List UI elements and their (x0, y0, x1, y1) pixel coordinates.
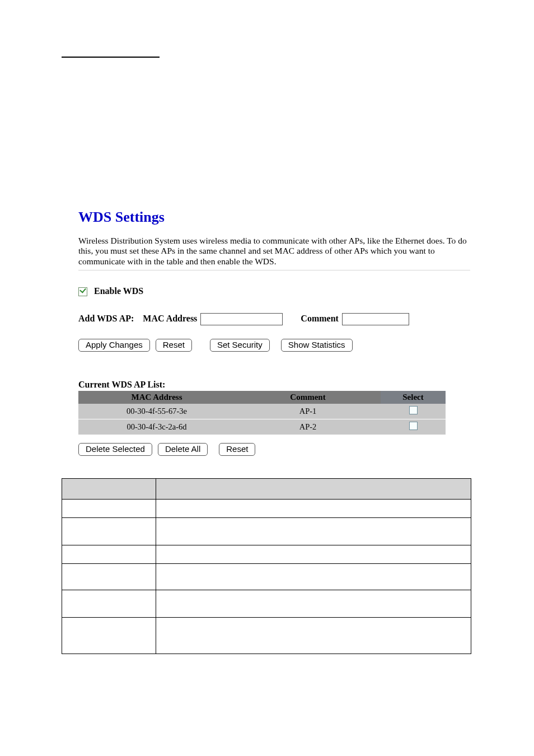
table-row (62, 518, 471, 545)
col-header-comment: Comment (235, 391, 381, 404)
mac-address-label: MAC Address (143, 314, 197, 323)
add-wds-ap-label: Add WDS AP: (78, 314, 134, 323)
table-row (62, 500, 471, 518)
mac-address-input[interactable] (200, 313, 283, 325)
ap-select-cell (381, 419, 446, 435)
delete-selected-button[interactable]: Delete Selected (78, 443, 152, 456)
add-ap-row: Add WDS AP: MAC Address Comment (78, 313, 470, 325)
table-row: 00-30-4f-55-67-3e AP-1 (78, 404, 446, 419)
show-statistics-button[interactable]: Show Statistics (281, 339, 353, 352)
button-row-bottom: Delete Selected Delete All Reset (78, 443, 470, 456)
reset-button[interactable]: Reset (156, 339, 192, 352)
apply-changes-button[interactable]: Apply Changes (78, 339, 150, 352)
table-row: 00-30-4f-3c-2a-6d AP-2 (78, 419, 446, 435)
page-description: Wireless Distribution System uses wirele… (78, 236, 470, 270)
table-row (62, 618, 471, 654)
ap-select-cell (381, 404, 446, 419)
page-title: WDS Settings (78, 209, 470, 226)
ap-list-header-row: MAC Address Comment Select (78, 391, 446, 404)
ap-comment-cell: AP-1 (235, 404, 381, 419)
wds-settings-panel: WDS Settings Wireless Distribution Syste… (78, 209, 470, 456)
button-row-top: Apply Changes Reset Set Security Show St… (78, 339, 470, 352)
table-row (62, 590, 471, 618)
row-select-checkbox[interactable] (409, 422, 418, 430)
ap-mac-cell: 00-30-4f-3c-2a-6d (78, 419, 235, 435)
row-select-checkbox[interactable] (409, 406, 418, 414)
ap-list-table: MAC Address Comment Select 00-30-4f-55-6… (78, 391, 446, 435)
table-row (62, 545, 471, 564)
info-header-row (62, 479, 471, 500)
info-header-2 (156, 479, 471, 500)
ap-mac-cell: 00-30-4f-55-67-3e (78, 404, 235, 419)
comment-label: Comment (301, 314, 339, 323)
col-header-select: Select (381, 391, 446, 404)
info-table (62, 478, 471, 654)
reset-list-button[interactable]: Reset (219, 443, 255, 456)
set-security-button[interactable]: Set Security (210, 339, 270, 352)
delete-all-button[interactable]: Delete All (158, 443, 208, 456)
enable-wds-label: Enable WDS (94, 286, 143, 296)
ap-comment-cell: AP-2 (235, 419, 381, 435)
enable-wds-row: Enable WDS (78, 286, 470, 296)
section-underline (62, 56, 160, 58)
enable-wds-checkbox[interactable] (78, 287, 87, 296)
comment-input[interactable] (342, 313, 409, 325)
table-row (62, 564, 471, 590)
info-header-1 (62, 479, 156, 500)
ap-list-title: Current WDS AP List: (78, 380, 470, 390)
col-header-mac: MAC Address (78, 391, 235, 404)
